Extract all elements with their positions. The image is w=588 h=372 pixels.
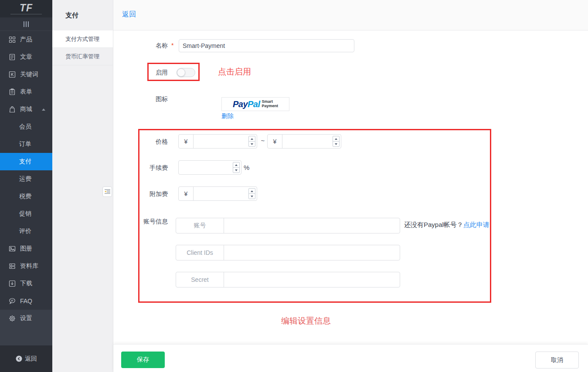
stepper-up[interactable] (333, 136, 339, 142)
sidebar-item-members[interactable]: 会员 (0, 118, 52, 135)
price-min-stepper[interactable] (248, 136, 255, 147)
stepper-up[interactable] (233, 162, 239, 168)
sidebar-item-shipping[interactable]: 运费 (0, 170, 52, 188)
client-ids-row: Client IDs (176, 245, 400, 260)
paypal-pal-text: Pal (248, 99, 260, 109)
stepper-down[interactable] (233, 168, 239, 172)
sidebar-item-label: 下载 (20, 280, 32, 287)
sidebar-settings-block: 设置 (0, 310, 52, 345)
sidebar-item-faq[interactable]: FAQ (0, 292, 52, 310)
sidebar-back-label: 返回 (25, 355, 37, 363)
sidebar-item-products[interactable]: 产品 (0, 31, 52, 48)
gallery-icon (9, 245, 16, 252)
sidebar-item-reviews[interactable]: 评价 (0, 223, 52, 240)
stepper-down[interactable] (333, 142, 339, 146)
fee-label: 手续费 (131, 164, 168, 172)
sidebar-item-label: 文章 (20, 53, 32, 61)
paypal-signup-text: 还没有Paypal帐号？点此申请 (404, 221, 489, 229)
sidebar-item-label: FAQ (20, 298, 32, 304)
gear-icon (9, 315, 16, 322)
menu-bars-icon[interactable] (0, 17, 52, 31)
sidebar-item-forms[interactable]: 表单 (0, 83, 52, 101)
save-button[interactable]: 保存 (121, 352, 165, 368)
enable-label: 启用 (131, 69, 168, 77)
surcharge-input[interactable] (194, 187, 257, 200)
secret-field-label: Secret (176, 272, 224, 287)
currency-symbol: ¥ (179, 187, 194, 200)
fee-stepper[interactable] (233, 162, 240, 173)
download-icon (9, 280, 16, 287)
paypal-sub-line2: Payment (262, 104, 279, 108)
name-input[interactable] (179, 39, 354, 52)
submenu-item-currency-rates[interactable]: 货币汇率管理 (52, 48, 113, 65)
back-circle-icon (15, 355, 22, 362)
sidebar-item-promotion[interactable]: 促销 (0, 205, 52, 223)
sidebar-item-label: 资料库 (20, 262, 38, 270)
sidebar-item-mall[interactable]: 商城 (0, 101, 52, 118)
signup-link[interactable]: 点此申请 (463, 221, 489, 228)
sidebar-item-label: 设置 (20, 315, 32, 322)
sidebar-item-keywords[interactable]: 关键词 (0, 66, 52, 83)
surcharge-stepper[interactable] (248, 188, 255, 199)
enable-toggle[interactable] (177, 68, 195, 77)
fee-group (178, 160, 241, 175)
secret-input[interactable] (224, 272, 400, 287)
price-range-separator: ~ (258, 137, 267, 144)
name-label: 名称 (131, 42, 168, 50)
sidebar-item-label: 表单 (20, 88, 32, 96)
article-icon (9, 54, 16, 61)
grid-icon (9, 36, 16, 43)
delete-icon-link[interactable]: 删除 (221, 112, 234, 120)
stepper-up[interactable] (249, 136, 255, 142)
keyword-icon (9, 71, 16, 78)
price-max-stepper[interactable] (333, 136, 340, 147)
form-footer: 保存 取消 (113, 344, 588, 372)
price-max-group: ¥ (267, 134, 341, 149)
price-min-group: ¥ (178, 134, 257, 149)
sidebar-back-button[interactable]: 返回 (0, 345, 52, 372)
surcharge-label: 附加费 (131, 190, 168, 198)
chevron-up-icon (42, 108, 45, 111)
annotation-enable-hint: 点击启用 (218, 66, 251, 78)
price-label: 价格 (131, 138, 168, 146)
price-min-input[interactable] (194, 135, 257, 148)
toggle-knob (177, 68, 185, 77)
logo-underline (10, 14, 42, 14)
sidebar-item-articles[interactable]: 文章 (0, 48, 52, 66)
logo-text: TF (20, 3, 33, 13)
stepper-up[interactable] (249, 189, 255, 194)
stepper-down[interactable] (249, 194, 255, 199)
stepper-down[interactable] (249, 142, 255, 146)
price-max-input[interactable] (282, 135, 341, 148)
sidebar-item-gallery[interactable]: 图册 (0, 240, 52, 257)
faq-icon (9, 298, 16, 304)
sidebar-item-label: 关键词 (20, 71, 38, 78)
sidebar-item-downloads[interactable]: 下载 (0, 275, 52, 292)
account-input[interactable] (224, 218, 400, 233)
sidebar-item-label: 产品 (20, 36, 32, 44)
sidebar-item-orders[interactable]: 订单 (0, 135, 52, 153)
app-logo: TF (0, 0, 52, 17)
sidebar-item-settings[interactable]: 设置 (0, 310, 52, 327)
icon-label: 图标 (131, 95, 168, 103)
sidebar-item-library[interactable]: 资料库 (0, 257, 52, 275)
main-content: 返回 名称 * 启用 点击启用 图标 PayPal SmartPayment 删… (113, 0, 588, 372)
sidebar-item-label: 图册 (20, 245, 32, 253)
client-ids-input[interactable] (224, 245, 400, 260)
submenu-item-payment-methods[interactable]: 支付方式管理 (52, 30, 113, 48)
surcharge-group: ¥ (178, 186, 257, 201)
account-row: 账号 (176, 218, 400, 233)
back-link[interactable]: 返回 (122, 10, 136, 19)
sidebar-item-payment[interactable]: 支付 (0, 153, 52, 170)
fee-input[interactable] (179, 161, 241, 174)
sidebar-item-label: 商城 (20, 105, 32, 113)
library-icon (9, 263, 16, 270)
form-icon (9, 88, 16, 95)
currency-symbol: ¥ (268, 135, 282, 148)
paypal-sub-line1: Smart (262, 99, 273, 104)
mall-icon (9, 106, 16, 113)
sidebar-item-tax[interactable]: 税费 (0, 188, 52, 205)
account-field-label: 账号 (176, 218, 224, 233)
collapse-menu-button[interactable] (102, 186, 112, 197)
cancel-button[interactable]: 取消 (535, 352, 579, 369)
